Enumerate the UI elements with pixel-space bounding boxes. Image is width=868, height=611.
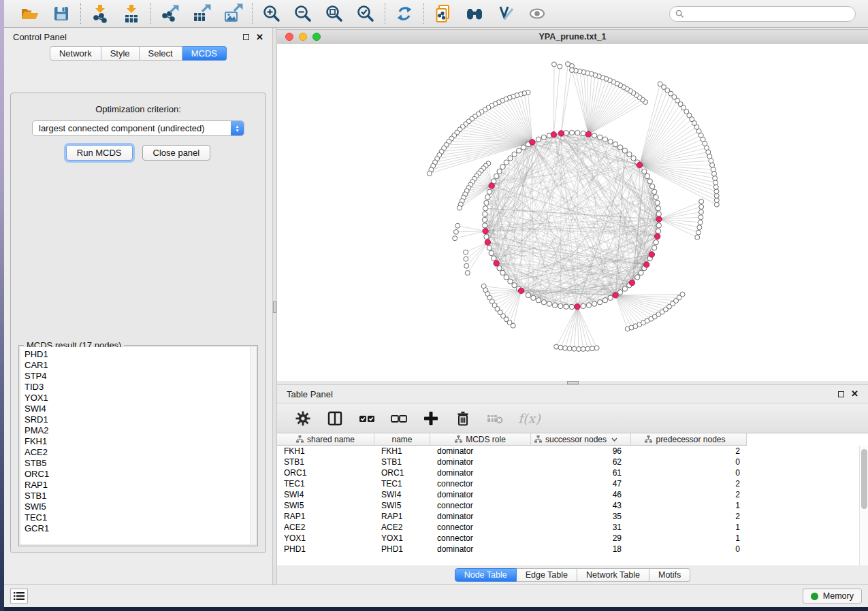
cell-shared-name[interactable]: SWI4 <box>277 489 374 500</box>
graph-node[interactable] <box>714 202 719 207</box>
graph-node[interactable] <box>608 295 613 300</box>
settings-gear-icon[interactable] <box>294 410 312 427</box>
mcds-result-item[interactable]: SWI5 <box>25 501 256 512</box>
graph-node[interactable] <box>713 180 718 185</box>
table-row[interactable]: SWI5SWI5connector431 <box>277 500 868 511</box>
graph-node[interactable] <box>464 250 468 254</box>
graph-node[interactable] <box>487 245 492 250</box>
table-row[interactable]: YOX1YOX1connector291 <box>277 533 868 544</box>
graph-node[interactable] <box>483 223 487 228</box>
cell-successor-nodes[interactable]: 29 <box>531 533 631 544</box>
column-header-name[interactable]: name <box>374 433 430 446</box>
graph-node[interactable] <box>482 217 487 222</box>
cell-name[interactable]: ORC1 <box>374 467 430 478</box>
add-column-plus-icon[interactable] <box>422 410 440 427</box>
graph-node[interactable] <box>521 145 526 150</box>
cell-predecessor-nodes[interactable]: 2 <box>631 478 747 489</box>
graph-node[interactable] <box>569 130 574 135</box>
graph-node[interactable] <box>536 137 541 142</box>
graph-node[interactable] <box>536 298 541 303</box>
graph-node[interactable] <box>613 293 618 298</box>
graph-node[interactable] <box>627 152 632 156</box>
graph-node[interactable] <box>575 304 580 310</box>
graph-node[interactable] <box>508 279 513 284</box>
graph-node[interactable] <box>581 346 585 351</box>
mcds-result-item[interactable]: FKH1 <box>25 436 256 447</box>
cell-shared-name[interactable]: TEC1 <box>277 478 374 489</box>
graph-node[interactable] <box>581 131 585 135</box>
mcds-result-item[interactable]: ORC1 <box>25 469 256 480</box>
mcds-result-item[interactable]: TID3 <box>25 382 256 393</box>
zoom-selected-icon[interactable] <box>355 3 376 24</box>
graph-node[interactable] <box>485 195 490 199</box>
graph-node[interactable] <box>714 193 719 198</box>
graph-node[interactable] <box>547 301 551 306</box>
graph-node[interactable] <box>497 265 502 270</box>
graph-node[interactable] <box>644 262 649 267</box>
graph-node[interactable] <box>698 210 703 214</box>
column-header-predecessor-nodes[interactable]: predecessor nodes <box>631 433 747 446</box>
criterion-dropdown[interactable]: largest connected component (undirected)… <box>32 120 244 136</box>
close-panel-icon[interactable]: ✕ <box>851 391 858 397</box>
task-history-button[interactable] <box>10 589 28 604</box>
tab-network-table[interactable]: Network Table <box>577 568 649 582</box>
cell-shared-name[interactable]: PHD1 <box>277 544 374 555</box>
graph-node[interactable] <box>526 293 530 297</box>
graph-node[interactable] <box>699 199 704 204</box>
cell-successor-nodes[interactable]: 46 <box>531 489 631 500</box>
graph-node[interactable] <box>652 245 657 250</box>
window-zoom-icon[interactable] <box>312 33 321 41</box>
cell-predecessor-nodes[interactable]: 0 <box>631 457 747 467</box>
graph-node[interactable] <box>504 275 509 280</box>
graph-node[interactable] <box>695 235 700 240</box>
tab-edge-table[interactable]: Edge Table <box>517 568 577 582</box>
column-header-successor-nodes[interactable]: successor nodes <box>531 433 631 446</box>
cell-name[interactable]: RAP1 <box>374 511 430 522</box>
graph-node[interactable] <box>455 223 460 228</box>
cell-shared-name[interactable]: YOX1 <box>277 533 374 544</box>
result-scrollbar[interactable] <box>250 347 256 544</box>
graph-node[interactable] <box>457 205 462 210</box>
graph-node[interactable] <box>602 298 607 303</box>
zoom-in-icon[interactable] <box>261 3 282 24</box>
cell-name[interactable]: TEC1 <box>374 478 430 489</box>
search-input[interactable] <box>669 6 856 22</box>
close-panel-icon[interactable]: ✕ <box>256 34 263 41</box>
graph-node[interactable] <box>656 212 661 216</box>
cell-mcds-role[interactable]: connector <box>430 522 531 533</box>
graph-node[interactable] <box>511 323 515 328</box>
cell-successor-nodes[interactable]: 62 <box>531 457 631 467</box>
export-network-icon[interactable] <box>160 3 180 24</box>
float-panel-icon[interactable] <box>838 391 844 397</box>
graph-node[interactable] <box>489 250 494 255</box>
cell-name[interactable]: SWI5 <box>374 500 430 511</box>
graph-node[interactable] <box>608 139 613 144</box>
mcds-result-item[interactable]: STB5 <box>25 458 256 469</box>
delete-column-trash-icon[interactable] <box>454 410 472 427</box>
network-from-selection-icon[interactable] <box>433 3 453 24</box>
graph-node[interactable] <box>637 162 642 167</box>
graph-node[interactable] <box>594 346 599 350</box>
graph-node[interactable] <box>504 160 509 165</box>
graph-node[interactable] <box>465 271 470 276</box>
import-table-icon[interactable] <box>121 3 142 24</box>
cell-successor-nodes[interactable]: 61 <box>531 467 631 478</box>
graph-node[interactable] <box>645 174 649 178</box>
graph-node[interactable] <box>654 240 658 244</box>
split-panel-icon[interactable] <box>326 410 344 427</box>
mcds-result-list[interactable]: PHD1CAR1STP4TID3YOX1SWI4SRD1PMA2FKH1ACE2… <box>20 347 256 544</box>
graph-node[interactable] <box>558 345 563 350</box>
graph-node[interactable] <box>484 200 489 205</box>
graph-node[interactable] <box>551 62 556 67</box>
graph-node[interactable] <box>597 135 602 139</box>
graph-node[interactable] <box>714 198 719 203</box>
graph-node[interactable] <box>581 303 585 308</box>
graph-node[interactable] <box>639 270 643 275</box>
graph-node[interactable] <box>629 280 634 285</box>
graph-node[interactable] <box>516 148 521 153</box>
graph-node[interactable] <box>500 164 505 169</box>
graph-node[interactable] <box>711 167 716 172</box>
graph-node[interactable] <box>483 212 487 216</box>
select-all-icon[interactable] <box>358 410 376 427</box>
float-panel-icon[interactable] <box>243 34 249 40</box>
